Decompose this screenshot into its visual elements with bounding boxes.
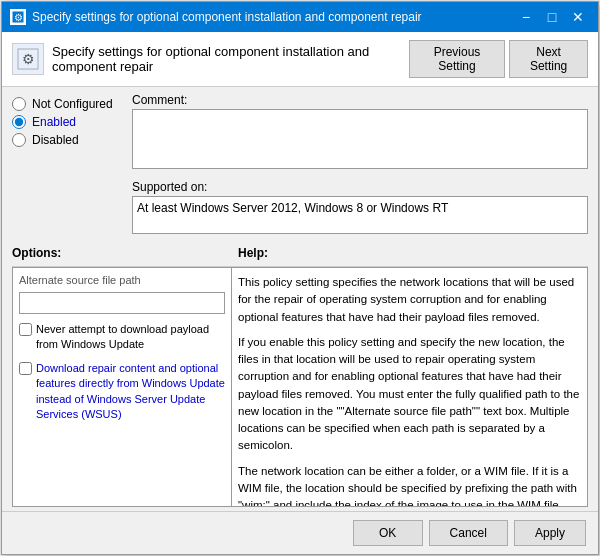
- comment-group: Comment:: [132, 93, 588, 172]
- not-configured-label: Not Configured: [32, 97, 113, 111]
- fields-column: Comment: Supported on: At least Windows …: [132, 93, 588, 242]
- checkbox1-row: Never attempt to download payload from W…: [19, 322, 225, 353]
- minimize-button[interactable]: −: [514, 5, 538, 29]
- help-panel: This policy setting specifies the networ…: [232, 267, 588, 507]
- radio-and-fields: Not Configured Enabled Disabled Comment:…: [2, 87, 598, 242]
- header-section: ⚙ Specify settings for optional componen…: [2, 32, 598, 87]
- help-para-3: The network location can be either a fol…: [238, 463, 581, 508]
- download-from-wu-label: Download repair content and optional fea…: [36, 361, 225, 423]
- previous-setting-button[interactable]: Previous Setting: [409, 40, 506, 78]
- enabled-radio[interactable]: [12, 115, 26, 129]
- supported-value: At least Windows Server 2012, Windows 8 …: [132, 196, 588, 234]
- ok-button[interactable]: OK: [353, 520, 423, 546]
- two-column-section: Alternate source file path Never attempt…: [12, 266, 588, 507]
- header-title: Specify settings for optional component …: [52, 44, 409, 74]
- options-header: Options:: [12, 244, 232, 262]
- main-window: ⚙ Specify settings for optional componen…: [1, 1, 599, 555]
- section-headers: Options: Help:: [2, 244, 598, 262]
- supported-label: Supported on:: [132, 180, 588, 194]
- next-setting-button[interactable]: Next Setting: [509, 40, 588, 78]
- never-download-checkbox[interactable]: [19, 323, 32, 336]
- title-bar-text: Specify settings for optional component …: [32, 10, 514, 24]
- help-header: Help:: [232, 244, 588, 262]
- header-buttons: Previous Setting Next Setting: [409, 40, 588, 78]
- header-icon: ⚙: [12, 43, 44, 75]
- close-button[interactable]: ✕: [566, 5, 590, 29]
- header-left: ⚙ Specify settings for optional componen…: [12, 43, 409, 75]
- cancel-button[interactable]: Cancel: [429, 520, 508, 546]
- help-para-2: If you enable this policy setting and sp…: [238, 334, 581, 455]
- help-para-1: This policy setting specifies the networ…: [238, 274, 581, 326]
- comment-label: Comment:: [132, 93, 588, 107]
- apply-button[interactable]: Apply: [514, 520, 586, 546]
- comment-textarea[interactable]: [132, 109, 588, 169]
- window-icon: ⚙: [10, 9, 26, 25]
- radio-column: Not Configured Enabled Disabled: [12, 93, 132, 242]
- disabled-radio[interactable]: [12, 133, 26, 147]
- options-panel: Alternate source file path Never attempt…: [12, 267, 232, 507]
- checkbox2-row: Download repair content and optional fea…: [19, 361, 225, 423]
- disabled-option[interactable]: Disabled: [12, 133, 132, 147]
- disabled-label: Disabled: [32, 133, 79, 147]
- not-configured-radio[interactable]: [12, 97, 26, 111]
- bottom-bar: OK Cancel Apply: [2, 511, 598, 554]
- maximize-button[interactable]: □: [540, 5, 564, 29]
- title-bar: ⚙ Specify settings for optional componen…: [2, 2, 598, 32]
- enabled-option[interactable]: Enabled: [12, 115, 132, 129]
- svg-text:⚙: ⚙: [22, 51, 35, 67]
- download-from-wu-checkbox[interactable]: [19, 362, 32, 375]
- enabled-label: Enabled: [32, 115, 76, 129]
- title-bar-controls: − □ ✕: [514, 5, 590, 29]
- svg-text:⚙: ⚙: [14, 12, 23, 23]
- source-path-input[interactable]: [19, 292, 225, 314]
- source-path-label: Alternate source file path: [19, 274, 225, 286]
- not-configured-option[interactable]: Not Configured: [12, 97, 132, 111]
- supported-group: Supported on: At least Windows Server 20…: [132, 180, 588, 234]
- never-download-label: Never attempt to download payload from W…: [36, 322, 225, 353]
